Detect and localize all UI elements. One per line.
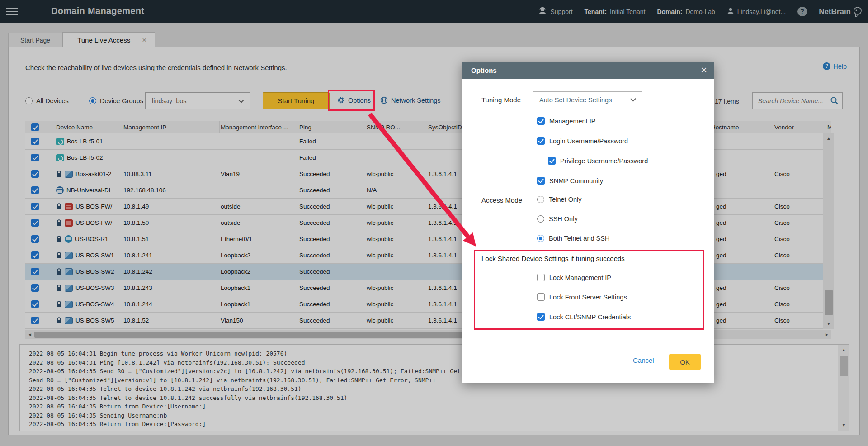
lock-section-title: Lock Shared Device Settings if tuning su…	[481, 255, 625, 262]
access-mode-radio[interactable]: SSH Only	[537, 215, 578, 223]
checkbox[interactable]	[548, 157, 556, 165]
tuning-checkbox[interactable]: Management IP	[537, 117, 595, 125]
chevron-down-icon	[630, 96, 636, 102]
access-mode-label: Access Mode	[481, 196, 522, 204]
lock-checkbox[interactable]: Lock Front Server Settings	[537, 293, 627, 301]
radio-icon[interactable]	[537, 235, 544, 242]
radio-icon[interactable]	[537, 215, 544, 223]
tuning-checkbox[interactable]: Login Username/Password	[537, 137, 628, 145]
dialog-header: Options ×	[462, 62, 714, 79]
checkbox[interactable]	[537, 293, 545, 301]
tuning-checkbox[interactable]: Privilege Username/Password	[548, 157, 648, 165]
modal-backdrop	[0, 0, 868, 446]
cancel-button[interactable]: Cancel	[633, 356, 654, 364]
options-dialog: Options × Tuning Mode Auto Set Device Se…	[462, 62, 714, 383]
checkbox[interactable]	[537, 313, 545, 321]
checkbox[interactable]	[537, 274, 545, 281]
checkbox[interactable]	[537, 177, 545, 185]
access-mode-radio[interactable]: Both Telnet and SSH	[537, 235, 609, 242]
tuning-mode-label: Tuning Mode	[481, 96, 521, 104]
tuning-mode-select[interactable]: Auto Set Device Settings	[533, 91, 642, 108]
lock-checkbox[interactable]: Lock CLI/SNMP Credentials	[537, 313, 631, 321]
ok-button[interactable]: OK	[669, 354, 701, 370]
checkbox[interactable]	[537, 137, 545, 145]
tuning-checkbox[interactable]: SNMP Community	[537, 177, 603, 185]
checkbox[interactable]	[537, 117, 545, 125]
dialog-title: Options	[471, 66, 497, 74]
close-icon[interactable]: ×	[701, 65, 707, 76]
access-mode-radio[interactable]: Telnet Only	[537, 196, 582, 203]
radio-icon[interactable]	[537, 196, 544, 203]
lock-checkbox[interactable]: Lock Management IP	[537, 274, 611, 281]
